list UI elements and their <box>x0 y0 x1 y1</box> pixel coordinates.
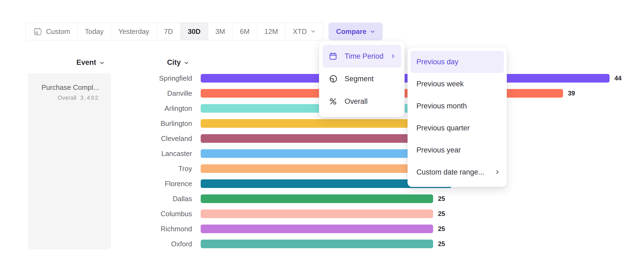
menu-item-overall[interactable]: Overall <box>323 90 401 113</box>
menu-item-custom-date-range[interactable]: Custom date range... <box>411 161 504 183</box>
row-label: Florence <box>0 180 192 188</box>
menu-item-label: Overall <box>345 97 368 106</box>
chart-row: Florence <box>0 176 622 191</box>
bar-value: 25 <box>438 225 445 233</box>
range-label: 30D <box>188 27 201 36</box>
chart-row: Dallas25 <box>0 191 622 206</box>
menu-item-previous-month[interactable]: Previous month <box>411 95 504 117</box>
compare-button[interactable]: Compare <box>328 23 383 40</box>
calendar-icon <box>33 27 42 36</box>
chart-row: Burlington <box>0 116 622 131</box>
row-label: Lancaster <box>0 150 192 158</box>
range-label: Custom <box>46 27 70 36</box>
menu-item-previous-year[interactable]: Previous year <box>411 139 504 161</box>
chevron-down-icon <box>370 29 375 34</box>
menu-item-time-period[interactable]: Time Period <box>323 45 401 68</box>
bar-value: 25 <box>438 195 445 202</box>
row-label: Troy <box>0 165 192 173</box>
range-12m[interactable]: 12M <box>257 23 286 40</box>
range-today[interactable]: Today <box>78 23 111 40</box>
range-7d[interactable]: 7D <box>157 23 181 40</box>
range-30d[interactable]: 30D <box>181 23 208 40</box>
row-label: Dallas <box>0 195 192 203</box>
date-range-toolbar: CustomTodayYesterday7D30D3M6M12MXTD Comp… <box>26 23 383 40</box>
menu-item-previous-quarter[interactable]: Previous quarter <box>411 117 504 139</box>
event-column-header[interactable]: Event <box>76 58 105 67</box>
menu-item-label: Previous month <box>416 102 467 110</box>
row-label: Oxford <box>0 240 192 248</box>
row-label: Richmond <box>0 225 192 233</box>
chevron-right-icon <box>390 54 396 59</box>
row-label: Danville <box>0 89 192 98</box>
chart-row: Danville39 <box>0 86 622 101</box>
chart-row: Richmond25 <box>0 221 622 236</box>
range-6m[interactable]: 6M <box>233 23 257 40</box>
chart-row: Oxford25 <box>0 236 622 251</box>
row-label: Springfield <box>0 74 192 83</box>
menu-item-label: Previous quarter <box>416 124 470 132</box>
chevron-right-icon <box>495 169 500 175</box>
segment-icon <box>329 74 338 83</box>
range-yesterday[interactable]: Yesterday <box>111 23 157 40</box>
bar-richmond[interactable] <box>201 225 433 233</box>
event-column-header-label: Event <box>76 58 96 67</box>
bar-value: 25 <box>438 240 445 248</box>
chart-row: Troy <box>0 161 622 176</box>
row-label: Cleveland <box>0 134 192 143</box>
city-column-header[interactable]: City <box>167 58 189 67</box>
chart-row: Columbus25 <box>0 206 622 221</box>
menu-item-label: Previous day <box>416 58 458 66</box>
row-label: Burlington <box>0 119 192 128</box>
chart-row: Springfield44 <box>0 71 622 86</box>
compare-menu: Time PeriodSegmentOverall <box>319 41 405 117</box>
menu-item-label: Segment <box>345 75 374 83</box>
chart-row: Cleveland <box>0 131 622 146</box>
chevron-down-icon <box>310 29 316 34</box>
menu-item-label: Custom date range... <box>416 168 484 176</box>
menu-item-previous-week[interactable]: Previous week <box>411 73 504 95</box>
menu-item-label: Time Period <box>345 52 384 61</box>
bar-springfield[interactable] <box>201 74 610 83</box>
range-label: XTD <box>293 27 307 36</box>
range-label: Yesterday <box>118 27 149 36</box>
menu-item-segment[interactable]: Segment <box>323 68 401 90</box>
bar-columbus[interactable] <box>201 209 433 218</box>
calendar-grid-icon <box>329 52 338 61</box>
range-custom[interactable]: Custom <box>26 23 78 40</box>
range-label: 12M <box>264 27 278 36</box>
range-label: 6M <box>240 27 250 36</box>
menu-item-previous-day[interactable]: Previous day <box>411 51 504 73</box>
bar-value: 44 <box>614 74 622 82</box>
chart-row: Lancaster <box>0 146 622 161</box>
bar-value: 25 <box>438 210 445 218</box>
chevron-down-icon <box>99 60 105 66</box>
date-range-control: CustomTodayYesterday7D30D3M6M12MXTD <box>26 23 323 40</box>
chevron-down-icon <box>184 60 189 66</box>
chart-row: Arlington <box>0 101 622 116</box>
bar-oxford[interactable] <box>201 240 433 248</box>
bar-dallas[interactable] <box>201 194 433 203</box>
city-column-header-label: City <box>167 58 181 67</box>
range-3m[interactable]: 3M <box>208 23 233 40</box>
bar-chart: Springfield44Danville39ArlingtonBurlingt… <box>0 71 622 251</box>
range-label: Today <box>85 27 104 36</box>
range-xtd[interactable]: XTD <box>285 23 323 40</box>
time-period-submenu: Previous dayPrevious weekPrevious monthP… <box>408 47 507 187</box>
menu-item-label: Previous year <box>416 146 461 154</box>
range-label: 3M <box>215 27 225 36</box>
bar-value: 39 <box>568 90 575 97</box>
percent-icon <box>329 97 338 106</box>
menu-item-label: Previous week <box>416 80 464 88</box>
compare-button-label: Compare <box>336 27 366 36</box>
row-label: Columbus <box>0 210 192 218</box>
range-label: 7D <box>164 27 173 36</box>
row-label: Arlington <box>0 104 192 113</box>
